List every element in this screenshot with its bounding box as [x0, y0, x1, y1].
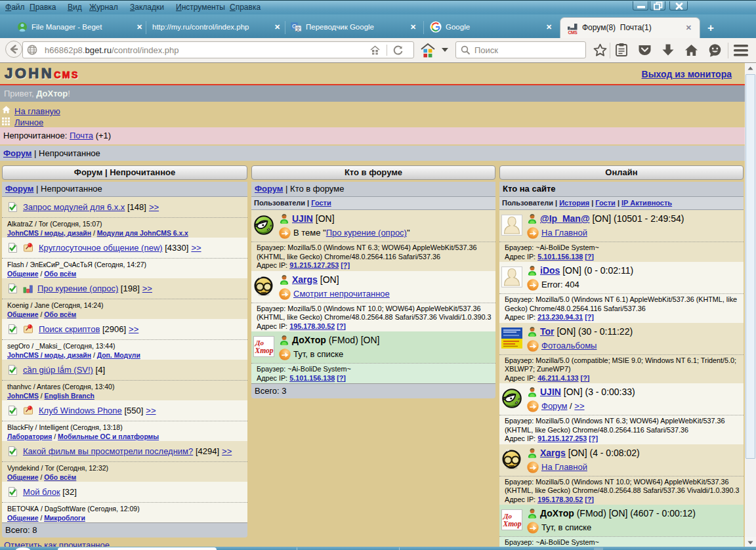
svg-text:CMS: CMS — [568, 30, 578, 34]
svg-text:文: 文 — [296, 26, 301, 32]
